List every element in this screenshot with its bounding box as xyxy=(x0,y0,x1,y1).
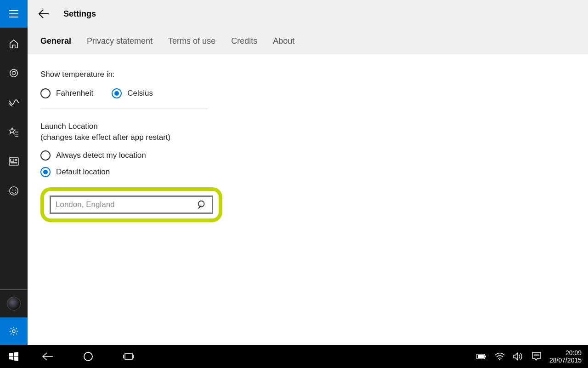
location-search-box[interactable] xyxy=(50,196,213,214)
settings-content: Show temperature in: Fahrenheit Celsius … xyxy=(28,54,588,345)
taskbar-clock[interactable]: 20:09 28/07/2015 xyxy=(546,349,585,364)
smiley-icon xyxy=(9,186,19,196)
hamburger-button[interactable] xyxy=(0,0,28,28)
tab-about[interactable]: About xyxy=(273,36,294,46)
windows-icon xyxy=(9,352,18,361)
radio-always-detect[interactable]: Always detect my location xyxy=(40,150,575,161)
divider xyxy=(40,109,208,109)
sidebar-item-history[interactable] xyxy=(0,96,28,109)
radio-fahrenheit[interactable]: Fahrenheit xyxy=(40,88,93,98)
svg-rect-10 xyxy=(125,353,132,359)
launch-location-note: (changes take effect after app restart) xyxy=(40,133,575,142)
tab-terms[interactable]: Terms of use xyxy=(168,36,215,46)
svg-rect-3 xyxy=(11,159,14,161)
back-button[interactable] xyxy=(38,8,50,20)
radio-label: Fahrenheit xyxy=(56,89,93,98)
svg-point-4 xyxy=(10,187,18,195)
tray-notifications[interactable] xyxy=(527,345,546,368)
svg-point-1 xyxy=(12,71,15,75)
star-list-icon xyxy=(9,127,19,137)
tab-general[interactable]: General xyxy=(40,36,71,46)
radio-label: Always detect my location xyxy=(56,151,146,160)
page-title: Settings xyxy=(63,9,96,19)
back-arrow-icon xyxy=(38,8,50,20)
hamburger-icon xyxy=(9,9,19,19)
sidebar-item-settings[interactable] xyxy=(0,317,28,345)
cortana-icon xyxy=(83,351,93,362)
location-search-input[interactable] xyxy=(56,200,193,209)
start-button[interactable] xyxy=(0,345,28,368)
app-sidebar xyxy=(0,0,28,345)
tray-volume[interactable] xyxy=(509,345,527,368)
sidebar-item-maps[interactable] xyxy=(0,66,28,80)
clock-date: 28/07/2015 xyxy=(549,356,582,364)
header-bar: Settings xyxy=(28,0,588,28)
tab-strip: General Privacy statement Terms of use C… xyxy=(28,28,588,54)
svg-point-14 xyxy=(499,359,500,360)
task-view-icon xyxy=(122,352,136,361)
wifi-icon xyxy=(495,352,505,361)
cortana-button[interactable] xyxy=(68,345,108,368)
tray-wifi[interactable] xyxy=(491,345,509,368)
battery-icon xyxy=(476,353,486,360)
radio-icon-selected xyxy=(40,167,51,177)
radio-celsius[interactable]: Celsius xyxy=(112,88,153,98)
tab-credits[interactable]: Credits xyxy=(231,36,257,46)
taskbar: 20:09 28/07/2015 xyxy=(0,345,588,368)
launch-location-label: Launch Location xyxy=(40,122,575,131)
sidebar-item-home[interactable] xyxy=(0,37,28,51)
sidebar-item-news[interactable] xyxy=(0,155,28,168)
task-view-button[interactable] xyxy=(108,345,149,368)
chart-wave-icon xyxy=(8,98,19,107)
svg-point-6 xyxy=(15,190,16,190)
back-arrow-icon xyxy=(42,352,54,361)
radio-icon-selected xyxy=(112,88,122,98)
news-icon xyxy=(9,157,19,166)
avatar xyxy=(7,297,21,310)
sidebar-item-feedback[interactable] xyxy=(0,184,28,198)
temperature-label: Show temperature in: xyxy=(40,70,575,79)
notification-icon xyxy=(532,352,541,361)
clock-time: 20:09 xyxy=(549,349,582,356)
sidebar-item-account[interactable] xyxy=(0,290,28,317)
svg-point-5 xyxy=(12,190,13,190)
tab-privacy[interactable]: Privacy statement xyxy=(87,36,153,46)
home-icon xyxy=(9,39,19,49)
radio-icon xyxy=(40,88,51,98)
volume-icon xyxy=(513,352,523,361)
gear-icon xyxy=(9,326,19,336)
svg-rect-12 xyxy=(478,355,484,358)
tray-battery[interactable] xyxy=(472,345,491,368)
sidebar-item-favorites[interactable] xyxy=(0,125,28,139)
radio-icon xyxy=(40,150,51,161)
taskbar-back-button[interactable] xyxy=(28,345,68,368)
highlight-annotation xyxy=(40,187,222,222)
radio-label: Celsius xyxy=(127,89,153,98)
radio-label: Default location xyxy=(56,167,110,177)
svg-point-9 xyxy=(84,352,92,361)
svg-point-7 xyxy=(12,330,15,333)
radio-default-location[interactable]: Default location xyxy=(40,167,575,177)
target-icon xyxy=(9,68,19,78)
search-icon[interactable] xyxy=(197,200,207,210)
svg-rect-13 xyxy=(485,356,486,357)
